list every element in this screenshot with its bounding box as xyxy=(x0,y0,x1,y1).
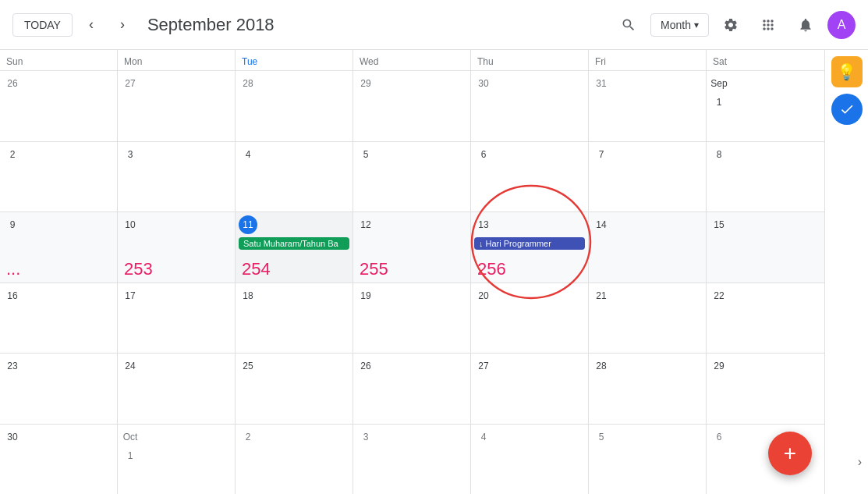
day-sep2[interactable]: 2 xyxy=(0,142,118,212)
week-row-6: 30 Oct 1 2 3 4 5 6 xyxy=(0,425,824,495)
day-num: 28 xyxy=(239,74,257,93)
day-sep10[interactable]: 10 253 xyxy=(118,212,236,283)
day-num: 7 xyxy=(592,145,611,164)
calendar-container: Sun Mon Tue Wed Thu Fri Sat 26 27 28 29 … xyxy=(0,50,868,494)
next-button[interactable]: › xyxy=(110,12,135,37)
day-num: 6 xyxy=(710,428,728,446)
day-num: 27 xyxy=(474,357,493,375)
day-oct2[interactable]: 2 xyxy=(236,425,353,495)
day-sep14[interactable]: 14 xyxy=(589,212,707,283)
event-satu-muharam[interactable]: Satu Muharam/Tahun Ba xyxy=(239,237,349,250)
notifications-button[interactable] xyxy=(790,9,821,41)
day-num: 18 xyxy=(239,286,257,305)
day-num: 4 xyxy=(239,145,257,164)
day-sep20[interactable]: 20 xyxy=(471,283,589,354)
day-num: 16 xyxy=(3,286,22,305)
day-of-year-10: 253 xyxy=(124,259,153,279)
day-sep21[interactable]: 21 xyxy=(589,283,707,354)
day-sep1[interactable]: Sep 1 xyxy=(707,71,824,141)
day-sep15[interactable]: 15 xyxy=(707,212,824,283)
day-sep30[interactable]: 30 xyxy=(0,425,118,495)
day-sep17[interactable]: 17 xyxy=(118,283,236,354)
day-num: 6 xyxy=(474,145,493,164)
header-sun: Sun xyxy=(0,50,118,70)
day-sep27[interactable]: 27 xyxy=(471,354,589,424)
apps-button[interactable] xyxy=(753,9,784,41)
day-aug27[interactable]: 27 xyxy=(118,71,236,141)
day-sep28[interactable]: 28 xyxy=(589,354,707,424)
day-num: 20 xyxy=(474,286,493,305)
day-num: 28 xyxy=(592,357,611,375)
view-dropdown[interactable]: Month ▾ xyxy=(650,13,709,37)
calendar-main: Sun Mon Tue Wed Thu Fri Sat 26 27 28 29 … xyxy=(0,50,824,494)
prev-button[interactable]: ‹ xyxy=(79,12,104,37)
day-aug30[interactable]: 30 xyxy=(471,71,589,141)
week-row-1: 26 27 28 29 30 31 Sep 1 xyxy=(0,71,824,142)
day-aug31[interactable]: 31 xyxy=(589,71,707,141)
today-button[interactable]: TODAY xyxy=(12,13,73,37)
day-num: 5 xyxy=(356,145,375,164)
day-num: 9 xyxy=(3,215,22,234)
day-num: 12 xyxy=(356,215,375,234)
day-sep3[interactable]: 3 xyxy=(118,142,236,212)
day-sep12[interactable]: 12 255 xyxy=(353,212,471,283)
day-sep13[interactable]: 13 ↓ Hari Programmer 256 xyxy=(471,212,589,283)
day-sep25[interactable]: 25 xyxy=(236,354,353,424)
day-num: 17 xyxy=(121,286,140,305)
calendar-title: September 2018 xyxy=(147,15,607,35)
day-sep8[interactable]: 8 xyxy=(707,142,824,212)
day-oct1[interactable]: Oct 1 xyxy=(118,425,236,495)
week-row-2: 2 3 4 5 6 7 8 xyxy=(0,142,824,213)
day-oct5[interactable]: 5 xyxy=(589,425,707,495)
day-num: 5 xyxy=(592,428,611,446)
day-sep5[interactable]: 5 xyxy=(353,142,471,212)
sidebar-icon-yellow[interactable]: 💡 xyxy=(831,56,863,87)
settings-button[interactable] xyxy=(715,9,746,41)
day-num: 19 xyxy=(356,286,375,305)
sidebar-icon-blue[interactable] xyxy=(831,94,863,125)
scroll-right-indicator[interactable]: › xyxy=(858,455,862,469)
day-num: 2 xyxy=(239,428,257,446)
header-mon: Mon xyxy=(118,50,236,70)
day-sep18[interactable]: 18 xyxy=(236,283,353,354)
day-num: 8 xyxy=(710,145,728,164)
header-actions: Month ▾ A xyxy=(613,9,856,41)
weeks-grid: 26 27 28 29 30 31 Sep 1 2 3 4 5 6 7 8 xyxy=(0,71,824,494)
day-num: 13 xyxy=(474,215,493,234)
day-sep29[interactable]: 29 xyxy=(707,354,824,424)
avatar[interactable]: A xyxy=(827,11,856,39)
day-sep16[interactable]: 16 xyxy=(0,283,118,354)
header-thu: Thu xyxy=(471,50,589,70)
day-sep4[interactable]: 4 xyxy=(236,142,353,212)
day-of-year-9: ... xyxy=(6,259,20,279)
create-event-button[interactable]: + xyxy=(768,432,812,475)
day-sep19[interactable]: 19 xyxy=(353,283,471,354)
day-sep23[interactable]: 23 xyxy=(0,354,118,424)
day-num: 14 xyxy=(592,215,611,234)
view-label: Month xyxy=(661,19,691,31)
day-aug28[interactable]: 28 xyxy=(236,71,353,141)
day-num: 30 xyxy=(3,428,22,446)
header-fri: Fri xyxy=(589,50,707,70)
day-aug26[interactable]: 26 xyxy=(0,71,118,141)
day-sep24[interactable]: 24 xyxy=(118,354,236,424)
day-oct4[interactable]: 4 xyxy=(471,425,589,495)
day-sep6[interactable]: 6 xyxy=(471,142,589,212)
check-icon xyxy=(839,101,855,117)
plus-icon: + xyxy=(784,442,796,464)
day-sep22[interactable]: 22 xyxy=(707,283,824,354)
search-icon xyxy=(621,17,636,33)
day-of-year-13: 256 xyxy=(477,259,506,279)
day-num: 3 xyxy=(356,428,375,446)
week-row-4: 16 17 18 19 20 21 22 xyxy=(0,283,824,354)
day-aug29[interactable]: 29 xyxy=(353,71,471,141)
chevron-down-icon: ▾ xyxy=(694,20,699,30)
day-oct3[interactable]: 3 xyxy=(353,425,471,495)
day-sep11[interactable]: 11 Satu Muharam/Tahun Ba 254 xyxy=(236,212,353,283)
search-button[interactable] xyxy=(613,9,644,41)
event-hari-programmer[interactable]: ↓ Hari Programmer xyxy=(474,237,585,250)
day-sep7[interactable]: 7 xyxy=(589,142,707,212)
day-sep26[interactable]: 26 xyxy=(353,354,471,424)
day-num: 24 xyxy=(121,357,140,375)
day-sep9[interactable]: 9 ... xyxy=(0,212,118,283)
